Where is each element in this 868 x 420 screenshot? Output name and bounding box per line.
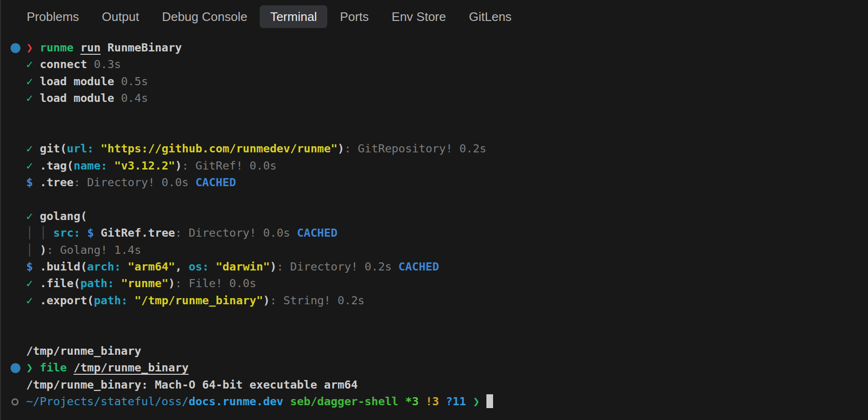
terminal-text: golang( (40, 210, 87, 223)
terminal-line: │ ): Golang! 1.4s (26, 242, 868, 259)
terminal-text: git( (40, 142, 67, 155)
check-icon: ✓ (26, 210, 40, 223)
tab-problems[interactable]: Problems (27, 10, 79, 23)
check-icon: ✓ (26, 159, 40, 172)
terminal-text: : Directory! 0.0s (73, 176, 195, 189)
terminal-text: 0.3s (94, 58, 121, 71)
tab-debug-console[interactable]: Debug Console (162, 10, 247, 23)
terminal-text: .tag( (40, 159, 73, 172)
terminal-line: ~/Projects/stateful/oss/docs.runme.dev s… (26, 393, 868, 410)
tab-ports[interactable]: Ports (340, 10, 369, 23)
terminal-line: /tmp/runme_binary (26, 343, 868, 360)
tree-guide: │ │ (26, 226, 53, 240)
terminal-text: /tmp/runme_binary (26, 344, 141, 358)
terminal-text: : GitRef! 0.0s (182, 159, 277, 172)
tab-gitlens[interactable]: GitLens (469, 10, 512, 23)
terminal-line: $ .build(arch: "arm64", os: "darwin"): D… (26, 259, 868, 275)
terminal-link[interactable]: run (81, 41, 101, 54)
check-icon: ✓ (26, 58, 40, 71)
terminal-text: ~/Projects/stateful/oss/ (26, 395, 189, 408)
terminal-text: , (175, 260, 189, 273)
terminal-text: GitRef.tree (94, 226, 175, 240)
terminal-text: 0.4s (121, 91, 148, 105)
terminal-cursor (486, 394, 493, 408)
check-icon: ✓ (26, 142, 40, 155)
check-icon: ✓ (26, 277, 40, 290)
terminal-line: /tmp/runme_binary: Mach-O 64-bit executa… (26, 377, 868, 393)
terminal-text: : Golang! 1.4s (47, 243, 141, 257)
terminal-text: $ (26, 260, 33, 273)
command-decoration-circle-icon[interactable] (10, 363, 20, 373)
check-icon: ✓ (26, 294, 40, 307)
terminal-line: ❯ runme run RunmeBinary (26, 40, 868, 56)
terminal-line (26, 326, 868, 343)
terminal-text: $ (26, 176, 33, 189)
terminal-text: "/tmp/runme_binary" (134, 294, 263, 307)
terminal-text (398, 395, 405, 408)
terminal-text: CACHED (398, 260, 439, 273)
terminal-text: CACHED (297, 226, 337, 240)
terminal-text (466, 395, 473, 408)
terminal-line (26, 107, 868, 124)
terminal-text (283, 395, 290, 408)
terminal-text: "v3.12.2" (114, 159, 175, 172)
terminal-text: name: (73, 159, 107, 172)
terminal-text: : Directory! 0.0s (175, 226, 297, 240)
terminal-text: runme (40, 41, 80, 54)
terminal-line (26, 309, 868, 326)
prompt-chevron-icon: ❯ (473, 395, 486, 408)
terminal-text: file (40, 361, 73, 374)
terminal-text: : File! 0.0s (175, 277, 256, 290)
terminal-link[interactable]: /tmp/runme_binary (73, 361, 188, 374)
terminal-text: os: (189, 260, 209, 273)
terminal-line: ✓ load module 0.5s (26, 73, 868, 90)
terminal-text: "https://github.com/runmedev/runme" (101, 142, 337, 155)
tab-terminal[interactable]: Terminal (260, 5, 327, 28)
terminal-text: $ (87, 226, 94, 240)
terminal-text: src: (53, 226, 81, 240)
tab-output[interactable]: Output (102, 10, 139, 23)
panel-tab-bar: ProblemsOutputDebug ConsoleTerminalPorts… (1, 0, 868, 33)
terminal-text: load module (40, 91, 121, 105)
terminal-text: ) (175, 159, 182, 172)
tab-env-store[interactable]: Env Store (392, 10, 446, 23)
terminal-text: "runme" (121, 277, 168, 290)
terminal-text: load module (40, 75, 121, 88)
terminal-line: ✓ load module 0.4s (26, 90, 868, 107)
terminal-output[interactable]: ❯ runme run RunmeBinary✓ connect 0.3s✓ l… (1, 33, 868, 410)
terminal-text: "darwin" (216, 260, 270, 273)
terminal-text: !3 (425, 395, 439, 408)
command-decoration-circle-icon[interactable] (10, 43, 20, 53)
check-icon: ✓ (26, 75, 40, 88)
check-icon: ✓ (26, 91, 40, 105)
terminal-text (114, 277, 121, 290)
terminal-text: ?11 (446, 395, 466, 408)
prompt-chevron-icon: ❯ (26, 361, 40, 374)
terminal-text: : GitRepository! 0.2s (344, 142, 486, 155)
terminal-text (128, 294, 134, 307)
terminal-text: url: (67, 142, 94, 155)
terminal-text: *3 (405, 395, 419, 408)
terminal-line: ❯ file /tmp/runme_binary (26, 360, 868, 376)
terminal-text: seb/dagger-shell (290, 395, 398, 408)
terminal-text: : String! 0.2s (270, 294, 364, 307)
terminal-text: : Directory! 0.2s (277, 260, 399, 273)
terminal-text: ) (263, 294, 270, 307)
prompt-decoration-circle-icon[interactable] (11, 398, 19, 405)
terminal-text: ) (270, 260, 276, 273)
terminal-text: /tmp/runme_binary: Mach-O 64-bit executa… (26, 378, 358, 391)
tree-guide: │ (26, 243, 40, 257)
terminal-line: ✓ .export(path: "/tmp/runme_binary"): St… (26, 292, 868, 309)
terminal-text: connect (40, 58, 94, 71)
terminal-text (209, 260, 216, 273)
terminal-text (81, 226, 87, 240)
terminal-text: RunmeBinary (101, 41, 182, 54)
terminal-line (26, 124, 868, 140)
terminal-line (26, 191, 868, 208)
terminal-text: .build( (33, 260, 87, 273)
terminal-line: $ .tree: Directory! 0.0s CACHED (26, 174, 868, 191)
terminal-text (94, 142, 101, 155)
terminal-line: ✓ golang( (26, 208, 868, 225)
terminal-text: CACHED (195, 176, 236, 189)
terminal-text: .export( (40, 294, 94, 307)
